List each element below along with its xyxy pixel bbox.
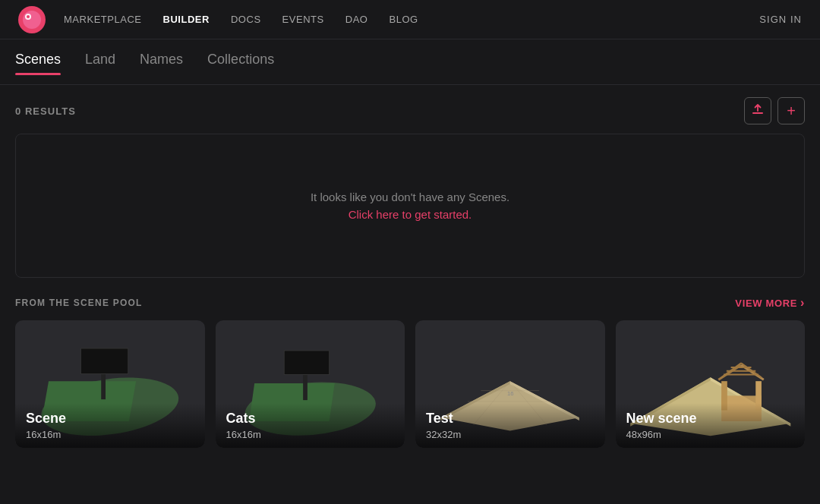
- results-bar: 0 RESULTS +: [15, 97, 805, 124]
- svg-rect-4: [752, 112, 763, 114]
- nav-marketplace[interactable]: MARKETPLACE: [64, 14, 142, 25]
- tab-collections[interactable]: Collections: [207, 52, 274, 72]
- plus-icon: +: [787, 103, 796, 118]
- scene-cards-grid: Scene 16x16m: [15, 320, 805, 448]
- svg-point-3: [27, 15, 30, 18]
- navbar: MARKETPLACE BUILDER DOCS EVENTS DAO BLOG…: [0, 0, 820, 39]
- main-content: 0 RESULTS + It looks like you don't have…: [0, 85, 820, 460]
- view-more-label: VIEW MORE: [735, 298, 797, 309]
- nav-events[interactable]: EVENTS: [282, 14, 324, 25]
- svg-rect-9: [80, 348, 128, 374]
- add-button[interactable]: +: [777, 97, 805, 124]
- scene-card-name-0: Scene: [26, 411, 194, 427]
- scene-card-1[interactable]: Cats 16x16m: [216, 320, 405, 448]
- logo[interactable]: [18, 6, 46, 33]
- results-count: 0 RESULTS: [15, 106, 76, 117]
- tabs-bar: Scenes Land Names Collections: [0, 39, 820, 85]
- scene-card-size-0: 16x16m: [26, 429, 194, 440]
- empty-state-line1: It looks like you don't have any Scenes.: [311, 191, 509, 203]
- scene-card-name-2: Test: [426, 411, 594, 427]
- tab-land[interactable]: Land: [85, 52, 115, 72]
- scene-card-3[interactable]: New scene 48x96m: [616, 320, 806, 448]
- svg-rect-15: [284, 351, 329, 375]
- nav-builder[interactable]: BUILDER: [163, 14, 210, 25]
- scene-card-size-1: 16x16m: [226, 429, 395, 440]
- click-here-link[interactable]: Click here: [348, 208, 399, 221]
- svg-text:16: 16: [507, 390, 514, 397]
- scene-card-name-3: New scene: [626, 411, 795, 427]
- tab-scenes[interactable]: Scenes: [15, 52, 61, 72]
- upload-icon: [752, 103, 764, 118]
- chevron-right-icon: ›: [800, 296, 805, 310]
- tab-names[interactable]: Names: [140, 52, 183, 72]
- view-more-button[interactable]: VIEW MORE ›: [735, 296, 805, 310]
- empty-state-suffix: to get started.: [399, 208, 472, 221]
- empty-state: It looks like you don't have any Scenes.…: [15, 134, 805, 278]
- scene-card-name-1: Cats: [226, 411, 395, 427]
- scene-pool-section: FROM THE SCENE POOL VIEW MORE ›: [15, 296, 805, 448]
- scene-pool-header: FROM THE SCENE POOL VIEW MORE ›: [15, 296, 805, 310]
- scene-card-info-1: Cats 16x16m: [216, 403, 405, 448]
- action-buttons: +: [744, 97, 805, 124]
- scene-card-info-0: Scene 16x16m: [15, 403, 205, 448]
- sign-in-button[interactable]: SIGN IN: [759, 14, 802, 25]
- scene-card-size-3: 48x96m: [626, 429, 795, 440]
- upload-button[interactable]: [744, 97, 771, 124]
- scene-card-2[interactable]: 16 Test 32x32m: [415, 320, 605, 448]
- nav-blog[interactable]: BLOG: [389, 14, 418, 25]
- nav-links: MARKETPLACE BUILDER DOCS EVENTS DAO BLOG: [64, 14, 759, 25]
- scene-card-info-2: Test 32x32m: [415, 403, 605, 448]
- nav-docs[interactable]: DOCS: [231, 14, 261, 25]
- scene-pool-title: FROM THE SCENE POOL: [15, 298, 142, 308]
- svg-point-1: [23, 11, 41, 29]
- scene-card-0[interactable]: Scene 16x16m: [15, 320, 205, 448]
- empty-state-line2: Click here to get started.: [348, 208, 472, 221]
- scene-card-size-2: 32x32m: [426, 429, 594, 440]
- nav-dao[interactable]: DAO: [345, 14, 368, 25]
- scene-card-info-3: New scene 48x96m: [616, 403, 806, 448]
